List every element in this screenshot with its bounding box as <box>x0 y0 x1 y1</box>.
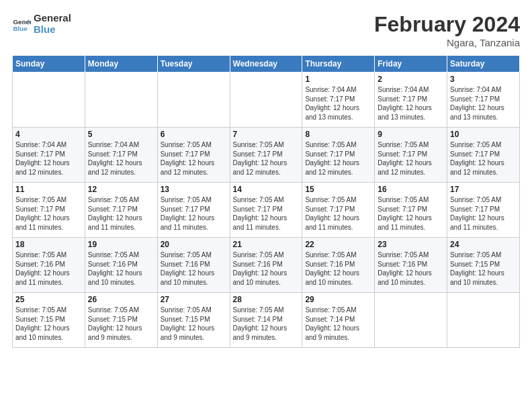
day-info: Sunrise: 7:05 AM Sunset: 7:17 PM Dayligh… <box>161 195 227 232</box>
day-info: Sunrise: 7:05 AM Sunset: 7:16 PM Dayligh… <box>233 250 300 287</box>
calendar-table: SundayMondayTuesdayWednesdayThursdayFrid… <box>12 55 520 348</box>
day-number: 7 <box>233 130 300 139</box>
day-number: 8 <box>305 130 371 139</box>
calendar-week-row: 11Sunrise: 7:05 AM Sunset: 7:17 PM Dayli… <box>13 183 520 238</box>
day-of-week-header: Sunday <box>13 56 85 73</box>
day-info: Sunrise: 7:04 AM Sunset: 7:17 PM Dayligh… <box>15 140 82 177</box>
logo-icon: General Blue <box>12 14 31 33</box>
calendar-cell: 25Sunrise: 7:05 AM Sunset: 7:15 PM Dayli… <box>13 293 85 348</box>
day-info: Sunrise: 7:05 AM Sunset: 7:15 PM Dayligh… <box>15 306 82 342</box>
day-number: 18 <box>15 240 82 249</box>
calendar-cell: 29Sunrise: 7:05 AM Sunset: 7:14 PM Dayli… <box>302 293 375 348</box>
day-info: Sunrise: 7:05 AM Sunset: 7:16 PM Dayligh… <box>15 250 82 287</box>
calendar-cell <box>13 73 85 128</box>
day-number: 14 <box>233 185 300 194</box>
day-number: 6 <box>161 130 227 139</box>
day-number: 13 <box>161 185 227 194</box>
day-number: 5 <box>88 130 154 139</box>
day-number: 29 <box>305 295 371 304</box>
calendar-cell: 20Sunrise: 7:05 AM Sunset: 7:16 PM Dayli… <box>157 238 230 293</box>
day-info: Sunrise: 7:05 AM Sunset: 7:17 PM Dayligh… <box>378 195 444 232</box>
day-info: Sunrise: 7:04 AM Sunset: 7:17 PM Dayligh… <box>305 85 371 122</box>
day-of-week-header: Thursday <box>302 56 375 73</box>
day-info: Sunrise: 7:05 AM Sunset: 7:17 PM Dayligh… <box>233 195 300 232</box>
month-year: February 2024 <box>374 12 520 37</box>
day-number: 28 <box>233 295 300 304</box>
calendar-header-row: SundayMondayTuesdayWednesdayThursdayFrid… <box>13 56 520 73</box>
calendar-cell: 22Sunrise: 7:05 AM Sunset: 7:16 PM Dayli… <box>302 238 375 293</box>
calendar-cell: 9Sunrise: 7:05 AM Sunset: 7:17 PM Daylig… <box>375 128 447 183</box>
day-number: 10 <box>450 130 517 139</box>
calendar-cell: 14Sunrise: 7:05 AM Sunset: 7:17 PM Dayli… <box>230 183 302 238</box>
calendar-cell: 17Sunrise: 7:05 AM Sunset: 7:17 PM Dayli… <box>447 183 520 238</box>
title-block: February 2024 Ngara, Tanzania <box>374 12 520 48</box>
calendar-cell <box>85 73 157 128</box>
day-of-week-header: Friday <box>375 56 447 73</box>
calendar-cell: 5Sunrise: 7:04 AM Sunset: 7:17 PM Daylig… <box>85 128 157 183</box>
day-info: Sunrise: 7:05 AM Sunset: 7:17 PM Dayligh… <box>233 140 300 177</box>
logo: General Blue General Blue <box>12 12 71 36</box>
calendar-cell: 19Sunrise: 7:05 AM Sunset: 7:16 PM Dayli… <box>85 238 157 293</box>
calendar-cell: 4Sunrise: 7:04 AM Sunset: 7:17 PM Daylig… <box>13 128 85 183</box>
day-number: 26 <box>88 295 154 304</box>
day-info: Sunrise: 7:05 AM Sunset: 7:14 PM Dayligh… <box>305 306 371 342</box>
day-number: 17 <box>450 185 517 194</box>
calendar-cell: 6Sunrise: 7:05 AM Sunset: 7:17 PM Daylig… <box>157 128 230 183</box>
calendar-cell <box>375 293 447 348</box>
calendar-cell: 10Sunrise: 7:05 AM Sunset: 7:17 PM Dayli… <box>447 128 520 183</box>
day-number: 24 <box>450 240 517 249</box>
day-number: 22 <box>305 240 371 249</box>
calendar-cell: 23Sunrise: 7:05 AM Sunset: 7:16 PM Dayli… <box>375 238 447 293</box>
day-info: Sunrise: 7:05 AM Sunset: 7:16 PM Dayligh… <box>378 250 444 287</box>
calendar-cell: 3Sunrise: 7:04 AM Sunset: 7:17 PM Daylig… <box>447 73 520 128</box>
calendar-cell: 24Sunrise: 7:05 AM Sunset: 7:15 PM Dayli… <box>447 238 520 293</box>
calendar-cell: 1Sunrise: 7:04 AM Sunset: 7:17 PM Daylig… <box>302 73 375 128</box>
day-info: Sunrise: 7:05 AM Sunset: 7:17 PM Dayligh… <box>378 140 444 177</box>
day-number: 25 <box>15 295 82 304</box>
day-info: Sunrise: 7:05 AM Sunset: 7:16 PM Dayligh… <box>88 250 154 287</box>
logo-line2: Blue <box>34 24 71 35</box>
day-number: 12 <box>88 185 154 194</box>
day-of-week-header: Wednesday <box>230 56 302 73</box>
day-info: Sunrise: 7:04 AM Sunset: 7:17 PM Dayligh… <box>450 85 517 122</box>
day-number: 2 <box>378 75 444 84</box>
calendar-cell <box>447 293 520 348</box>
day-info: Sunrise: 7:05 AM Sunset: 7:15 PM Dayligh… <box>161 306 227 342</box>
calendar-cell: 8Sunrise: 7:05 AM Sunset: 7:17 PM Daylig… <box>302 128 375 183</box>
calendar-cell: 7Sunrise: 7:05 AM Sunset: 7:17 PM Daylig… <box>230 128 302 183</box>
day-info: Sunrise: 7:05 AM Sunset: 7:16 PM Dayligh… <box>161 250 227 287</box>
calendar-week-row: 1Sunrise: 7:04 AM Sunset: 7:17 PM Daylig… <box>13 73 520 128</box>
day-info: Sunrise: 7:04 AM Sunset: 7:17 PM Dayligh… <box>88 140 154 177</box>
svg-text:Blue: Blue <box>13 25 28 32</box>
day-number: 16 <box>378 185 444 194</box>
calendar-cell: 15Sunrise: 7:05 AM Sunset: 7:17 PM Dayli… <box>302 183 375 238</box>
day-info: Sunrise: 7:05 AM Sunset: 7:17 PM Dayligh… <box>88 195 154 232</box>
day-number: 27 <box>161 295 227 304</box>
day-number: 11 <box>15 185 82 194</box>
calendar-cell <box>230 73 302 128</box>
day-number: 9 <box>378 130 444 139</box>
day-info: Sunrise: 7:05 AM Sunset: 7:17 PM Dayligh… <box>450 195 517 232</box>
day-number: 1 <box>305 75 371 84</box>
calendar-cell <box>157 73 230 128</box>
calendar-cell: 13Sunrise: 7:05 AM Sunset: 7:17 PM Dayli… <box>157 183 230 238</box>
calendar-cell: 12Sunrise: 7:05 AM Sunset: 7:17 PM Dayli… <box>85 183 157 238</box>
day-number: 21 <box>233 240 300 249</box>
calendar-cell: 27Sunrise: 7:05 AM Sunset: 7:15 PM Dayli… <box>157 293 230 348</box>
day-number: 3 <box>450 75 517 84</box>
day-of-week-header: Tuesday <box>157 56 230 73</box>
day-number: 23 <box>378 240 444 249</box>
day-info: Sunrise: 7:05 AM Sunset: 7:17 PM Dayligh… <box>305 140 371 177</box>
location: Ngara, Tanzania <box>374 37 520 48</box>
day-info: Sunrise: 7:05 AM Sunset: 7:17 PM Dayligh… <box>450 140 517 177</box>
page: General Blue General Blue February 2024 … <box>0 0 532 355</box>
calendar-cell: 11Sunrise: 7:05 AM Sunset: 7:17 PM Dayli… <box>13 183 85 238</box>
calendar-cell: 2Sunrise: 7:04 AM Sunset: 7:17 PM Daylig… <box>375 73 447 128</box>
day-number: 19 <box>88 240 154 249</box>
calendar-cell: 16Sunrise: 7:05 AM Sunset: 7:17 PM Dayli… <box>375 183 447 238</box>
day-info: Sunrise: 7:05 AM Sunset: 7:17 PM Dayligh… <box>15 195 82 232</box>
day-info: Sunrise: 7:04 AM Sunset: 7:17 PM Dayligh… <box>378 85 444 122</box>
day-number: 4 <box>15 130 82 139</box>
day-info: Sunrise: 7:05 AM Sunset: 7:15 PM Dayligh… <box>88 306 154 342</box>
day-number: 15 <box>305 185 371 194</box>
